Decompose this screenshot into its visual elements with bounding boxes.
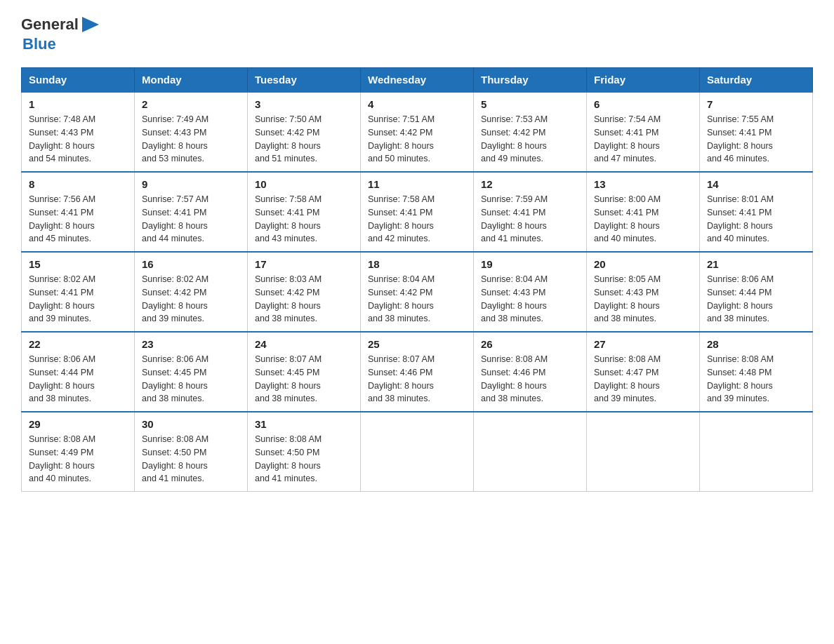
calendar-cell: [474, 412, 587, 492]
calendar-week-row: 15 Sunrise: 8:02 AM Sunset: 4:41 PM Dayl…: [22, 252, 813, 332]
calendar-cell: [700, 412, 813, 492]
col-header-friday: Friday: [587, 68, 700, 93]
day-info: Sunrise: 8:08 AM Sunset: 4:49 PM Dayligh…: [29, 433, 127, 485]
day-number: 14: [707, 178, 805, 190]
day-number: 9: [142, 178, 240, 190]
logo-blue-text: Blue: [22, 35, 56, 53]
calendar-cell: 8 Sunrise: 7:56 AM Sunset: 4:41 PM Dayli…: [22, 172, 135, 252]
day-number: 2: [142, 98, 240, 110]
calendar-cell: 7 Sunrise: 7:55 AM Sunset: 4:41 PM Dayli…: [700, 92, 813, 172]
calendar-cell: 16 Sunrise: 8:02 AM Sunset: 4:42 PM Dayl…: [135, 252, 248, 332]
day-info: Sunrise: 7:58 AM Sunset: 4:41 PM Dayligh…: [368, 193, 466, 246]
day-number: 18: [368, 258, 466, 270]
day-number: 4: [368, 98, 466, 110]
calendar-cell: [587, 412, 700, 492]
day-info: Sunrise: 7:50 AM Sunset: 4:42 PM Dayligh…: [255, 113, 353, 166]
day-info: Sunrise: 7:58 AM Sunset: 4:41 PM Dayligh…: [255, 193, 353, 246]
day-info: Sunrise: 8:08 AM Sunset: 4:50 PM Dayligh…: [142, 433, 240, 485]
calendar-cell: 9 Sunrise: 7:57 AM Sunset: 4:41 PM Dayli…: [135, 172, 248, 252]
day-number: 19: [481, 258, 579, 270]
col-header-tuesday: Tuesday: [248, 68, 361, 93]
day-info: Sunrise: 8:04 AM Sunset: 4:43 PM Dayligh…: [481, 273, 579, 326]
day-number: 1: [29, 98, 127, 110]
day-number: 21: [707, 258, 805, 270]
day-number: 16: [142, 258, 240, 270]
calendar-cell: 19 Sunrise: 8:04 AM Sunset: 4:43 PM Dayl…: [474, 252, 587, 332]
calendar-cell: 26 Sunrise: 8:08 AM Sunset: 4:46 PM Dayl…: [474, 332, 587, 412]
day-info: Sunrise: 8:06 AM Sunset: 4:44 PM Dayligh…: [29, 353, 127, 405]
calendar-cell: 25 Sunrise: 8:07 AM Sunset: 4:46 PM Dayl…: [361, 332, 474, 412]
svg-marker-0: [82, 17, 99, 32]
calendar-cell: [361, 412, 474, 492]
calendar-cell: 27 Sunrise: 8:08 AM Sunset: 4:47 PM Dayl…: [587, 332, 700, 412]
day-number: 10: [255, 178, 353, 190]
calendar-week-row: 1 Sunrise: 7:48 AM Sunset: 4:43 PM Dayli…: [22, 92, 813, 172]
calendar-cell: 13 Sunrise: 8:00 AM Sunset: 4:41 PM Dayl…: [587, 172, 700, 252]
col-header-thursday: Thursday: [474, 68, 587, 93]
logo-triangle-icon: [81, 14, 102, 35]
day-info: Sunrise: 8:02 AM Sunset: 4:41 PM Dayligh…: [29, 273, 127, 326]
day-number: 13: [594, 178, 692, 190]
calendar-cell: 30 Sunrise: 8:08 AM Sunset: 4:50 PM Dayl…: [135, 412, 248, 492]
day-number: 30: [142, 418, 240, 430]
logo: General Blue: [21, 14, 102, 53]
day-info: Sunrise: 7:49 AM Sunset: 4:43 PM Dayligh…: [142, 113, 240, 166]
day-number: 24: [255, 338, 353, 350]
calendar-cell: 24 Sunrise: 8:07 AM Sunset: 4:45 PM Dayl…: [248, 332, 361, 412]
day-info: Sunrise: 7:56 AM Sunset: 4:41 PM Dayligh…: [29, 193, 127, 246]
calendar-cell: 1 Sunrise: 7:48 AM Sunset: 4:43 PM Dayli…: [22, 92, 135, 172]
day-number: 11: [368, 178, 466, 190]
calendar-cell: 23 Sunrise: 8:06 AM Sunset: 4:45 PM Dayl…: [135, 332, 248, 412]
day-number: 8: [29, 178, 127, 190]
day-number: 6: [594, 98, 692, 110]
calendar-cell: 28 Sunrise: 8:08 AM Sunset: 4:48 PM Dayl…: [700, 332, 813, 412]
col-header-monday: Monday: [135, 68, 248, 93]
day-number: 17: [255, 258, 353, 270]
day-number: 23: [142, 338, 240, 350]
day-number: 29: [29, 418, 127, 430]
calendar-cell: 20 Sunrise: 8:05 AM Sunset: 4:43 PM Dayl…: [587, 252, 700, 332]
day-info: Sunrise: 8:03 AM Sunset: 4:42 PM Dayligh…: [255, 273, 353, 326]
calendar-cell: 29 Sunrise: 8:08 AM Sunset: 4:49 PM Dayl…: [22, 412, 135, 492]
calendar-cell: 17 Sunrise: 8:03 AM Sunset: 4:42 PM Dayl…: [248, 252, 361, 332]
day-number: 28: [707, 338, 805, 350]
day-info: Sunrise: 8:06 AM Sunset: 4:44 PM Dayligh…: [707, 273, 805, 326]
calendar-cell: 12 Sunrise: 7:59 AM Sunset: 4:41 PM Dayl…: [474, 172, 587, 252]
day-info: Sunrise: 7:48 AM Sunset: 4:43 PM Dayligh…: [29, 113, 127, 166]
day-info: Sunrise: 7:53 AM Sunset: 4:42 PM Dayligh…: [481, 113, 579, 166]
calendar-cell: 11 Sunrise: 7:58 AM Sunset: 4:41 PM Dayl…: [361, 172, 474, 252]
calendar-week-row: 22 Sunrise: 8:06 AM Sunset: 4:44 PM Dayl…: [22, 332, 813, 412]
day-info: Sunrise: 7:57 AM Sunset: 4:41 PM Dayligh…: [142, 193, 240, 246]
day-number: 5: [481, 98, 579, 110]
day-number: 22: [29, 338, 127, 350]
day-info: Sunrise: 7:59 AM Sunset: 4:41 PM Dayligh…: [481, 193, 579, 246]
day-info: Sunrise: 8:07 AM Sunset: 4:46 PM Dayligh…: [368, 353, 466, 405]
calendar-cell: 15 Sunrise: 8:02 AM Sunset: 4:41 PM Dayl…: [22, 252, 135, 332]
calendar-cell: 6 Sunrise: 7:54 AM Sunset: 4:41 PM Dayli…: [587, 92, 700, 172]
day-number: 31: [255, 418, 353, 430]
calendar-week-row: 8 Sunrise: 7:56 AM Sunset: 4:41 PM Dayli…: [22, 172, 813, 252]
day-number: 3: [255, 98, 353, 110]
day-info: Sunrise: 8:08 AM Sunset: 4:46 PM Dayligh…: [481, 353, 579, 405]
day-info: Sunrise: 8:01 AM Sunset: 4:41 PM Dayligh…: [707, 193, 805, 246]
calendar-cell: 22 Sunrise: 8:06 AM Sunset: 4:44 PM Dayl…: [22, 332, 135, 412]
calendar-cell: 31 Sunrise: 8:08 AM Sunset: 4:50 PM Dayl…: [248, 412, 361, 492]
calendar-cell: 3 Sunrise: 7:50 AM Sunset: 4:42 PM Dayli…: [248, 92, 361, 172]
day-info: Sunrise: 8:08 AM Sunset: 4:47 PM Dayligh…: [594, 353, 692, 405]
day-info: Sunrise: 8:06 AM Sunset: 4:45 PM Dayligh…: [142, 353, 240, 405]
day-info: Sunrise: 8:07 AM Sunset: 4:45 PM Dayligh…: [255, 353, 353, 405]
day-number: 20: [594, 258, 692, 270]
col-header-wednesday: Wednesday: [361, 68, 474, 93]
day-number: 27: [594, 338, 692, 350]
calendar-cell: 2 Sunrise: 7:49 AM Sunset: 4:43 PM Dayli…: [135, 92, 248, 172]
calendar-week-row: 29 Sunrise: 8:08 AM Sunset: 4:49 PM Dayl…: [22, 412, 813, 492]
day-info: Sunrise: 7:51 AM Sunset: 4:42 PM Dayligh…: [368, 113, 466, 166]
day-info: Sunrise: 8:05 AM Sunset: 4:43 PM Dayligh…: [594, 273, 692, 326]
day-number: 12: [481, 178, 579, 190]
calendar-cell: 14 Sunrise: 8:01 AM Sunset: 4:41 PM Dayl…: [700, 172, 813, 252]
calendar-cell: 5 Sunrise: 7:53 AM Sunset: 4:42 PM Dayli…: [474, 92, 587, 172]
day-number: 25: [368, 338, 466, 350]
calendar-table: SundayMondayTuesdayWednesdayThursdayFrid…: [21, 67, 813, 492]
calendar-cell: 10 Sunrise: 7:58 AM Sunset: 4:41 PM Dayl…: [248, 172, 361, 252]
day-number: 26: [481, 338, 579, 350]
